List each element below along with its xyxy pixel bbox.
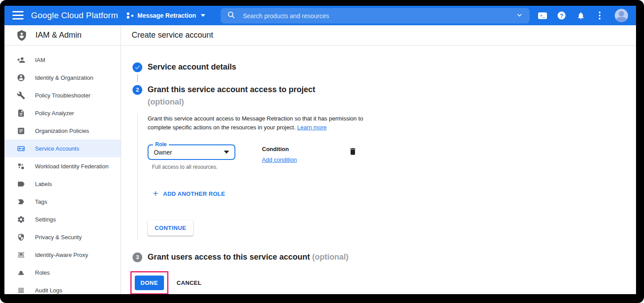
project-icon [127, 12, 133, 19]
search-expand-chevron-icon[interactable] [515, 11, 523, 21]
sidebar-nav: IAMIdentity & OrganizationPolicy Trouble… [4, 46, 121, 294]
sidebar-item-label: Tags [35, 198, 47, 205]
sidebar-item-label: Identity-Aware Proxy [35, 252, 88, 258]
user-avatar[interactable] [615, 9, 628, 22]
step-3-optional-label: (optional) [312, 252, 348, 261]
hat-icon [17, 268, 25, 277]
role-selected-value: Owner [154, 149, 172, 156]
done-button[interactable]: DONE [135, 276, 164, 290]
form-actions: DONE CANCEL [132, 271, 636, 294]
learn-more-link[interactable]: Learn more [297, 124, 326, 131]
step-2-number-badge: 2 [133, 85, 142, 95]
sidebar-item-tags[interactable]: Tags [4, 193, 121, 210]
dropdown-caret-icon [224, 151, 229, 154]
step-1-header: Service account details [132, 61, 636, 73]
sidebar-item-label: Settings [35, 216, 56, 223]
role-dropdown[interactable]: Role Owner [148, 144, 235, 160]
sidebar-item-labels[interactable]: Labels [4, 175, 121, 193]
gcp-logo[interactable]: Google Cloud Platform [31, 6, 118, 25]
continue-button[interactable]: CONTINUE [148, 220, 193, 236]
search-bar[interactable] [221, 8, 530, 23]
sidebar-item-iam[interactable]: IAM [4, 51, 121, 69]
sidebar-item-workload-identity-federation[interactable]: Workload Identity Federation [4, 157, 121, 175]
sidebar-item-privacy-security[interactable]: Privacy & Security [4, 228, 121, 246]
project-name: Message Retraction [137, 12, 196, 19]
project-selector[interactable]: Message Retraction [127, 6, 205, 25]
sidebar-item-label: Workload Identity Federation [35, 163, 109, 170]
help-icon[interactable]: ? [557, 11, 566, 20]
gear-icon [17, 215, 25, 224]
delete-role-trash-icon[interactable] [348, 147, 357, 156]
lines-icon [17, 286, 25, 295]
sidebar-item-label: Policy Analyzer [35, 110, 74, 117]
sidebar-item-label: Privacy & Security [35, 234, 82, 241]
sidebar-item-service-accounts[interactable]: Service Accounts [4, 140, 121, 157]
sidebar-item-organization-policies[interactable]: Organization Policies [4, 122, 121, 140]
wrench-icon [17, 91, 25, 100]
iam-shield-icon [16, 30, 27, 41]
tag-arrow-icon [17, 198, 25, 206]
sidebar-item-label: Roles [35, 269, 50, 276]
more-options-icon[interactable] [595, 11, 605, 20]
search-input[interactable] [242, 12, 515, 20]
sidebar-item-label: Service Accounts [35, 145, 79, 152]
cloud-shell-icon[interactable]: >_ [538, 11, 547, 20]
top-app-bar: Google Cloud Platform Message Retraction… [4, 6, 636, 25]
proxy-icon [17, 251, 25, 259]
condition-label: Condition [262, 146, 297, 152]
step-2-body: Grant this service account access to Mes… [137, 114, 636, 240]
sidebar-item-label: Labels [35, 181, 52, 187]
step-connector [137, 74, 138, 82]
sidebar-item-label: Audit Logs [35, 287, 62, 294]
screenshot-frame: Google Cloud Platform Message Retraction… [0, 0, 644, 303]
step-2-description: Grant this service account access to Mes… [148, 114, 363, 132]
gcp-console-window: Google Cloud Platform Message Retraction… [4, 6, 636, 294]
page-title: Create service account [121, 25, 636, 46]
sidebar-item-roles[interactable]: Roles [4, 264, 121, 281]
sidebar-item-policy-troubleshooter[interactable]: Policy Troubleshooter [4, 86, 121, 104]
step-2-header: 2 Grant this service account access to p… [132, 83, 636, 108]
page-content: Service account details 2 Grant this ser… [121, 46, 636, 294]
person-add-icon [17, 56, 25, 64]
role-field-label: Role [153, 141, 169, 148]
notifications-bell-icon[interactable] [576, 11, 585, 20]
sidebar-item-label: IAM [35, 57, 45, 63]
chevron-down-icon [201, 14, 205, 17]
account-circle-icon [17, 74, 25, 82]
add-another-role-button[interactable]: + ADD ANOTHER ROLE [153, 190, 636, 197]
sidebar-item-label: Policy Troubleshooter [35, 92, 90, 99]
sidebar-item-identity-aware-proxy[interactable]: Identity-Aware Proxy [4, 246, 121, 264]
step-1-title: Service account details [148, 61, 236, 73]
main-panel: Create service account Service account d… [121, 25, 636, 294]
sidebar-item-policy-analyzer[interactable]: Policy Analyzer [4, 104, 121, 122]
sidebar-title: IAM & Admin [35, 31, 82, 40]
cancel-button[interactable]: CANCEL [177, 280, 202, 286]
squares-icon [17, 162, 25, 171]
sidebar-header: IAM & Admin [4, 25, 121, 46]
step-3-title: Grant users access to this service accou… [148, 251, 348, 263]
sidebar-item-audit-logs[interactable]: Audit Logs [4, 281, 121, 294]
search-icon [227, 11, 235, 21]
step-2-optional-label: (optional) [148, 96, 315, 108]
sidebar-item-label: Organization Policies [35, 128, 89, 134]
service-account-icon [17, 144, 25, 153]
role-helper-text: Full access to all resources. [152, 164, 237, 170]
step-2-title: Grant this service account access to pro… [148, 83, 315, 108]
shield-icon [17, 233, 25, 241]
plus-icon: + [153, 190, 158, 197]
appbar-actions: >_ ? [538, 6, 628, 25]
sidebar: IAM & Admin IAMIdentity & OrganizationPo… [4, 25, 121, 294]
sidebar-item-settings[interactable]: Settings [4, 210, 121, 228]
step-1-complete-check-icon [133, 62, 142, 72]
sidebar-item-identity-organization[interactable]: Identity & Organization [4, 69, 121, 86]
step-3-number-badge: 3 [133, 252, 142, 262]
menu-icon[interactable] [12, 11, 23, 19]
doc-gear-icon [17, 109, 25, 117]
done-highlight-annotation: DONE [130, 271, 168, 294]
doc-filled-icon [17, 127, 25, 135]
step-3-header: 3 Grant users access to this service acc… [132, 251, 636, 263]
add-condition-link[interactable]: Add condition [262, 156, 297, 163]
label-icon [17, 180, 25, 188]
sidebar-item-label: Identity & Organization [35, 74, 94, 81]
